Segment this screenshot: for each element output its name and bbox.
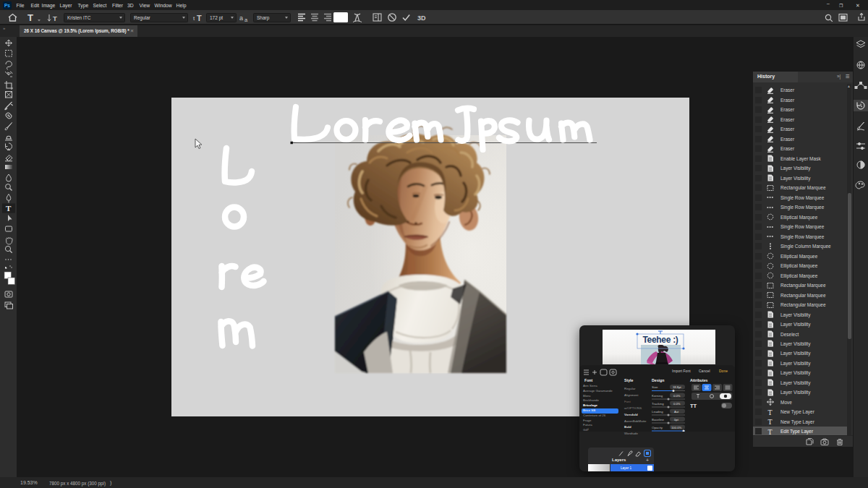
svg-text:Kerning: Kerning xyxy=(652,394,663,398)
svg-text:T: T xyxy=(768,418,773,425)
svg-text:T: T xyxy=(6,204,12,213)
svg-text:Aut: Aut xyxy=(674,410,679,414)
svg-text:T: T xyxy=(27,12,33,23)
svg-text:Tracking: Tracking xyxy=(652,402,664,406)
svg-text:18.8pt: 18.8pt xyxy=(673,385,681,389)
svg-text:0pt: 0pt xyxy=(674,418,679,421)
svg-text:Opacity: Opacity xyxy=(652,426,663,429)
svg-text:a: a xyxy=(239,14,243,22)
svg-text:0.0%: 0.0% xyxy=(673,402,681,406)
svg-text:T: T xyxy=(197,14,202,22)
svg-text:T: T xyxy=(768,428,773,435)
svg-text:Leading: Leading xyxy=(652,410,663,414)
svg-text:T: T xyxy=(53,14,57,22)
svg-text:T: T xyxy=(768,408,773,416)
svg-text:Baseline: Baseline xyxy=(652,418,664,421)
svg-text:0.0%: 0.0% xyxy=(673,394,681,398)
svg-text:a: a xyxy=(244,17,248,22)
svg-text:Size: Size xyxy=(652,385,658,389)
svg-text:100.0%: 100.0% xyxy=(671,426,681,429)
svg-text:TT: TT xyxy=(690,403,697,409)
svg-text:3D: 3D xyxy=(417,14,426,22)
svg-text:t: t xyxy=(193,15,195,22)
